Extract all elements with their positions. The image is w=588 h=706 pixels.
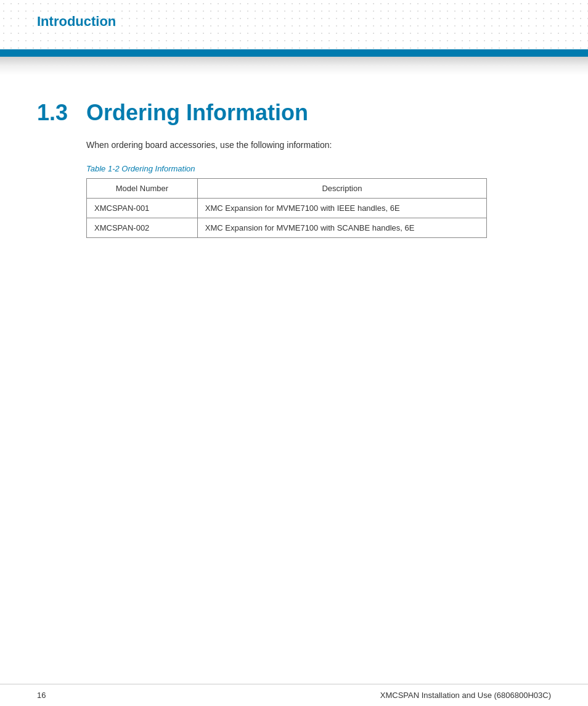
page-footer: 16 XMCSPAN Installation and Use (6806800… <box>0 684 588 706</box>
footer-page-number: 16 <box>37 691 46 700</box>
footer-doc-title: XMCSPAN Installation and Use (6806800H03… <box>380 691 551 700</box>
table-header-row: Model Number Description <box>87 179 487 199</box>
page-chapter-title: Introduction <box>37 14 116 30</box>
section-title: Ordering Information <box>86 100 308 126</box>
table-cell-desc-1: XMC Expansion for MVME7100 with IEEE han… <box>197 199 486 218</box>
table-row: XMCSPAN-001 XMC Expansion for MVME7100 w… <box>87 199 487 218</box>
section-number: 1.3 <box>37 100 74 126</box>
blue-accent-bar <box>0 49 588 57</box>
ordering-table: Model Number Description XMCSPAN-001 XMC… <box>86 178 487 238</box>
header-pattern-background: Introduction <box>0 0 588 49</box>
table-row: XMCSPAN-002 XMC Expansion for MVME7100 w… <box>87 218 487 238</box>
intro-paragraph: When ordering board accessories, use the… <box>86 138 551 152</box>
main-content: 1.3 Ordering Information When ordering b… <box>0 75 588 275</box>
section-body: When ordering board accessories, use the… <box>86 138 551 238</box>
table-header-description: Description <box>197 179 486 199</box>
table-cell-model-1: XMCSPAN-001 <box>87 199 198 218</box>
gray-stripe <box>0 57 588 75</box>
table-header-model: Model Number <box>87 179 198 199</box>
table-cell-model-2: XMCSPAN-002 <box>87 218 198 238</box>
table-caption: Table 1-2 Ordering Information <box>86 164 551 173</box>
table-cell-desc-2: XMC Expansion for MVME7100 with SCANBE h… <box>197 218 486 238</box>
section-heading: 1.3 Ordering Information <box>37 100 551 126</box>
